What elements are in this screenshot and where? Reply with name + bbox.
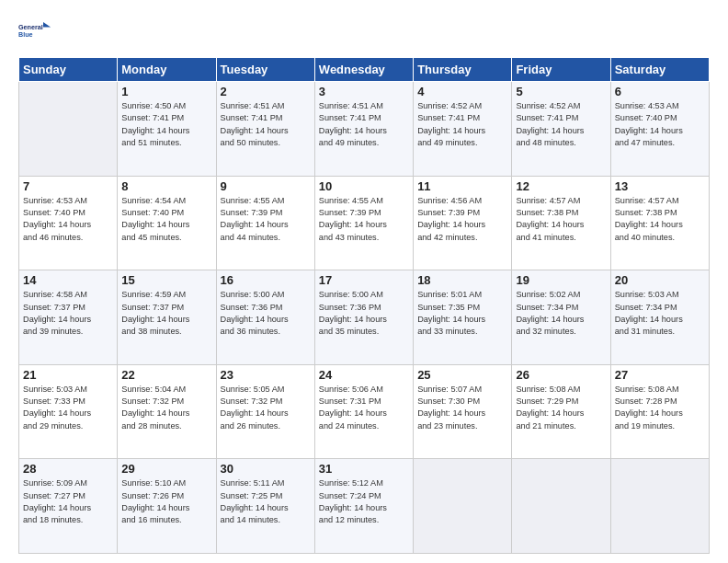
calendar-header-cell: Tuesday [216, 58, 314, 82]
day-number: 10 [319, 179, 409, 193]
calendar-week-row: 28Sunrise: 5:09 AMSunset: 7:27 PMDayligh… [19, 459, 710, 554]
day-number: 12 [516, 179, 606, 193]
day-info: Sunrise: 5:08 AMSunset: 7:29 PMDaylight:… [516, 384, 606, 432]
calendar-day-cell: 3Sunrise: 4:51 AMSunset: 7:41 PMDaylight… [314, 82, 413, 177]
day-number: 3 [319, 85, 409, 98]
day-number: 28 [23, 462, 113, 476]
calendar-day-cell: 2Sunrise: 4:51 AMSunset: 7:41 PMDaylight… [216, 82, 314, 177]
calendar-day-cell: 18Sunrise: 5:01 AMSunset: 7:35 PMDayligh… [414, 270, 512, 365]
day-number: 23 [221, 368, 311, 382]
day-number: 1 [121, 85, 211, 98]
day-info: Sunrise: 5:00 AMSunset: 7:36 PMDaylight:… [221, 289, 311, 338]
calendar-day-cell: 20Sunrise: 5:03 AMSunset: 7:34 PMDayligh… [610, 270, 709, 365]
calendar-day-cell: 14Sunrise: 4:58 AMSunset: 7:37 PMDayligh… [19, 270, 118, 365]
calendar-day-cell: 25Sunrise: 5:07 AMSunset: 7:30 PMDayligh… [414, 364, 512, 459]
calendar-day-cell: 21Sunrise: 5:03 AMSunset: 7:33 PMDayligh… [19, 364, 118, 459]
calendar-header-cell: Monday [118, 58, 216, 82]
day-number: 24 [319, 368, 409, 382]
day-number: 5 [516, 85, 606, 98]
day-number: 25 [417, 368, 507, 382]
page: GeneralBlue SundayMondayTuesdayWednesday… [0, 0, 728, 563]
calendar-week-row: 1Sunrise: 4:50 AMSunset: 7:41 PMDaylight… [19, 82, 710, 177]
logo-icon: GeneralBlue [18, 15, 51, 48]
day-info: Sunrise: 5:03 AMSunset: 7:33 PMDaylight:… [23, 384, 113, 432]
day-number: 6 [615, 85, 705, 98]
calendar-day-cell: 9Sunrise: 4:55 AMSunset: 7:39 PMDaylight… [216, 176, 314, 270]
day-number: 15 [121, 273, 211, 287]
day-number: 29 [121, 462, 211, 476]
calendar-day-cell: 6Sunrise: 4:53 AMSunset: 7:40 PMDaylight… [610, 82, 709, 177]
calendar-header-row: SundayMondayTuesdayWednesdayThursdayFrid… [19, 58, 710, 82]
day-number: 4 [417, 85, 507, 98]
calendar-header-cell: Sunday [19, 58, 118, 82]
day-number: 18 [417, 273, 507, 287]
day-info: Sunrise: 5:03 AMSunset: 7:34 PMDaylight:… [615, 289, 705, 338]
header: GeneralBlue [18, 15, 710, 48]
calendar-header-cell: Friday [512, 58, 610, 82]
day-info: Sunrise: 5:11 AMSunset: 7:25 PMDaylight:… [221, 477, 311, 526]
calendar-day-cell: 19Sunrise: 5:02 AMSunset: 7:34 PMDayligh… [512, 270, 610, 365]
calendar-day-cell: 29Sunrise: 5:10 AMSunset: 7:26 PMDayligh… [118, 459, 216, 554]
day-info: Sunrise: 4:51 AMSunset: 7:41 PMDaylight:… [221, 100, 311, 149]
day-number: 8 [121, 179, 211, 193]
calendar-header-cell: Thursday [414, 58, 512, 82]
day-number: 14 [23, 273, 113, 287]
calendar-day-cell: 10Sunrise: 4:55 AMSunset: 7:39 PMDayligh… [314, 176, 413, 270]
day-info: Sunrise: 4:53 AMSunset: 7:40 PMDaylight:… [615, 100, 705, 149]
day-number: 26 [516, 368, 606, 382]
calendar-day-cell [610, 459, 709, 554]
day-info: Sunrise: 5:00 AMSunset: 7:36 PMDaylight:… [319, 289, 409, 338]
day-info: Sunrise: 4:57 AMSunset: 7:38 PMDaylight:… [516, 195, 606, 244]
day-number: 11 [417, 179, 507, 193]
day-info: Sunrise: 5:10 AMSunset: 7:26 PMDaylight:… [121, 477, 211, 526]
day-info: Sunrise: 4:55 AMSunset: 7:39 PMDaylight:… [221, 195, 311, 244]
calendar-week-row: 14Sunrise: 4:58 AMSunset: 7:37 PMDayligh… [19, 270, 710, 365]
day-info: Sunrise: 4:54 AMSunset: 7:40 PMDaylight:… [121, 195, 211, 244]
day-info: Sunrise: 5:09 AMSunset: 7:27 PMDaylight:… [23, 477, 113, 526]
calendar-day-cell: 7Sunrise: 4:53 AMSunset: 7:40 PMDaylight… [19, 176, 118, 270]
day-info: Sunrise: 4:55 AMSunset: 7:39 PMDaylight:… [319, 195, 409, 244]
day-info: Sunrise: 5:06 AMSunset: 7:31 PMDaylight:… [319, 384, 409, 432]
day-number: 2 [221, 85, 311, 98]
svg-text:Blue: Blue [18, 30, 33, 39]
day-number: 19 [516, 273, 606, 287]
calendar-day-cell: 24Sunrise: 5:06 AMSunset: 7:31 PMDayligh… [314, 364, 413, 459]
day-info: Sunrise: 4:57 AMSunset: 7:38 PMDaylight:… [615, 195, 705, 244]
day-number: 27 [615, 368, 705, 382]
calendar-body: 1Sunrise: 4:50 AMSunset: 7:41 PMDaylight… [19, 82, 710, 554]
day-info: Sunrise: 5:04 AMSunset: 7:32 PMDaylight:… [121, 384, 211, 432]
day-info: Sunrise: 5:08 AMSunset: 7:28 PMDaylight:… [615, 384, 705, 432]
calendar-day-cell: 23Sunrise: 5:05 AMSunset: 7:32 PMDayligh… [216, 364, 314, 459]
calendar-day-cell [414, 459, 512, 554]
calendar-week-row: 7Sunrise: 4:53 AMSunset: 7:40 PMDaylight… [19, 176, 710, 270]
day-info: Sunrise: 5:12 AMSunset: 7:24 PMDaylight:… [319, 477, 409, 526]
calendar-day-cell: 12Sunrise: 4:57 AMSunset: 7:38 PMDayligh… [512, 176, 610, 270]
logo: GeneralBlue [18, 15, 51, 48]
day-info: Sunrise: 4:52 AMSunset: 7:41 PMDaylight:… [417, 100, 507, 149]
calendar-day-cell: 5Sunrise: 4:52 AMSunset: 7:41 PMDaylight… [512, 82, 610, 177]
day-info: Sunrise: 5:05 AMSunset: 7:32 PMDaylight:… [221, 384, 311, 432]
day-info: Sunrise: 4:56 AMSunset: 7:39 PMDaylight:… [417, 195, 507, 244]
day-info: Sunrise: 4:58 AMSunset: 7:37 PMDaylight:… [23, 289, 113, 338]
calendar-day-cell: 1Sunrise: 4:50 AMSunset: 7:41 PMDaylight… [118, 82, 216, 177]
calendar-day-cell: 22Sunrise: 5:04 AMSunset: 7:32 PMDayligh… [118, 364, 216, 459]
day-info: Sunrise: 4:51 AMSunset: 7:41 PMDaylight:… [319, 100, 409, 149]
calendar-day-cell: 15Sunrise: 4:59 AMSunset: 7:37 PMDayligh… [118, 270, 216, 365]
day-info: Sunrise: 4:50 AMSunset: 7:41 PMDaylight:… [121, 100, 211, 149]
day-number: 17 [319, 273, 409, 287]
day-info: Sunrise: 5:02 AMSunset: 7:34 PMDaylight:… [516, 289, 606, 338]
calendar-day-cell: 31Sunrise: 5:12 AMSunset: 7:24 PMDayligh… [314, 459, 413, 554]
day-number: 20 [615, 273, 705, 287]
calendar-day-cell: 30Sunrise: 5:11 AMSunset: 7:25 PMDayligh… [216, 459, 314, 554]
day-info: Sunrise: 5:07 AMSunset: 7:30 PMDaylight:… [417, 384, 507, 432]
day-info: Sunrise: 5:01 AMSunset: 7:35 PMDaylight:… [417, 289, 507, 338]
calendar-day-cell: 13Sunrise: 4:57 AMSunset: 7:38 PMDayligh… [610, 176, 709, 270]
day-number: 21 [23, 368, 113, 382]
day-number: 31 [319, 462, 409, 476]
day-number: 22 [121, 368, 211, 382]
day-number: 16 [221, 273, 311, 287]
calendar-day-cell: 11Sunrise: 4:56 AMSunset: 7:39 PMDayligh… [414, 176, 512, 270]
calendar-day-cell: 28Sunrise: 5:09 AMSunset: 7:27 PMDayligh… [19, 459, 118, 554]
calendar-week-row: 21Sunrise: 5:03 AMSunset: 7:33 PMDayligh… [19, 364, 710, 459]
calendar-header-cell: Wednesday [314, 58, 413, 82]
